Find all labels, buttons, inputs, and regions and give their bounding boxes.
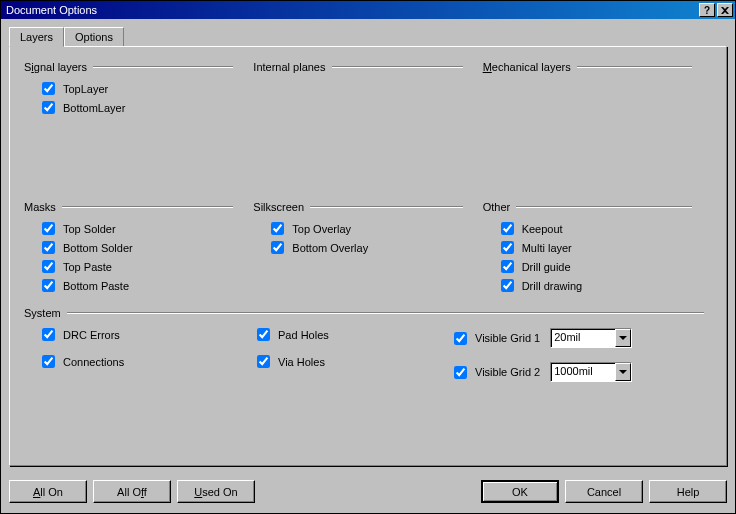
help-dialog-button[interactable]: Help xyxy=(649,480,727,503)
window-title: Document Options xyxy=(3,4,697,16)
group-signal-layers: Signal layers TopLayer BottomLayer xyxy=(24,61,253,117)
help-button[interactable]: ? xyxy=(699,3,715,17)
checkbox-pad-holes[interactable]: Pad Holes xyxy=(239,325,454,344)
checkbox-toplayer[interactable]: TopLayer xyxy=(24,79,253,98)
button-row: All On All Off Used On OK Cancel Help xyxy=(9,480,727,503)
group-title-masks: Masks xyxy=(24,201,62,213)
checkbox-top-paste[interactable]: Top Paste xyxy=(24,257,253,276)
group-title-internal: Internal planes xyxy=(253,61,331,73)
all-off-button[interactable]: All Off xyxy=(93,480,171,503)
cancel-button[interactable]: Cancel xyxy=(565,480,643,503)
checkbox-bottomlayer[interactable]: BottomLayer xyxy=(24,98,253,117)
group-silkscreen: Silkscreen Top Overlay Bottom Overlay xyxy=(253,201,482,257)
group-mechanical-layers: Mechanical layers xyxy=(483,61,712,79)
group-masks: Masks Top Solder Bottom Solder Top Paste… xyxy=(24,201,253,295)
chevron-down-icon xyxy=(619,336,627,340)
tab-layers[interactable]: Layers xyxy=(9,27,64,47)
group-title-system: System xyxy=(24,307,67,319)
chevron-down-icon xyxy=(619,370,627,374)
group-title-signal: Signal layers xyxy=(24,61,93,73)
group-other: Other Keepout Multi layer Drill guide Dr… xyxy=(483,201,712,295)
checkbox-top-overlay[interactable]: Top Overlay xyxy=(253,219,482,238)
checkbox-multi-layer[interactable]: Multi layer xyxy=(483,238,712,257)
group-internal-planes: Internal planes xyxy=(253,61,482,79)
checkbox-drc-errors[interactable]: DRC Errors xyxy=(24,325,239,344)
combo-button-grid-1[interactable] xyxy=(615,329,631,347)
checkbox-keepout[interactable]: Keepout xyxy=(483,219,712,238)
close-button[interactable] xyxy=(717,3,733,17)
titlebar: Document Options ? xyxy=(1,1,735,19)
combo-value-grid-2: 1000mil xyxy=(551,363,615,381)
checkbox-bottom-overlay[interactable]: Bottom Overlay xyxy=(253,238,482,257)
all-on-button[interactable]: All On xyxy=(9,480,87,503)
combo-value-grid-1: 20mil xyxy=(551,329,615,347)
close-icon xyxy=(721,7,729,14)
checkbox-drill-guide[interactable]: Drill guide xyxy=(483,257,712,276)
label-visible-grid-1: Visible Grid 1 xyxy=(475,332,540,344)
combo-button-grid-2[interactable] xyxy=(615,363,631,381)
combo-visible-grid-2[interactable]: 1000mil xyxy=(550,362,632,382)
tab-panel-layers: Signal layers TopLayer BottomLayer Inter… xyxy=(9,46,727,466)
group-system: System DRC Errors Connections Pad Holes … xyxy=(24,307,712,385)
tab-options[interactable]: Options xyxy=(64,27,124,46)
checkbox-drill-drawing[interactable]: Drill drawing xyxy=(483,276,712,295)
checkbox-visible-grid-1[interactable] xyxy=(454,332,467,345)
checkbox-via-holes[interactable]: Via Holes xyxy=(239,352,454,371)
group-title-silkscreen: Silkscreen xyxy=(253,201,310,213)
group-title-mechanical: Mechanical layers xyxy=(483,61,577,73)
checkbox-visible-grid-2[interactable] xyxy=(454,366,467,379)
checkbox-connections[interactable]: Connections xyxy=(24,352,239,371)
ok-button[interactable]: OK xyxy=(481,480,559,503)
checkbox-bottom-paste[interactable]: Bottom Paste xyxy=(24,276,253,295)
tabstrip: Layers Options xyxy=(9,27,727,46)
used-on-button[interactable]: Used On xyxy=(177,480,255,503)
label-visible-grid-2: Visible Grid 2 xyxy=(475,366,540,378)
group-title-other: Other xyxy=(483,201,517,213)
checkbox-top-solder[interactable]: Top Solder xyxy=(24,219,253,238)
combo-visible-grid-1[interactable]: 20mil xyxy=(550,328,632,348)
checkbox-bottom-solder[interactable]: Bottom Solder xyxy=(24,238,253,257)
